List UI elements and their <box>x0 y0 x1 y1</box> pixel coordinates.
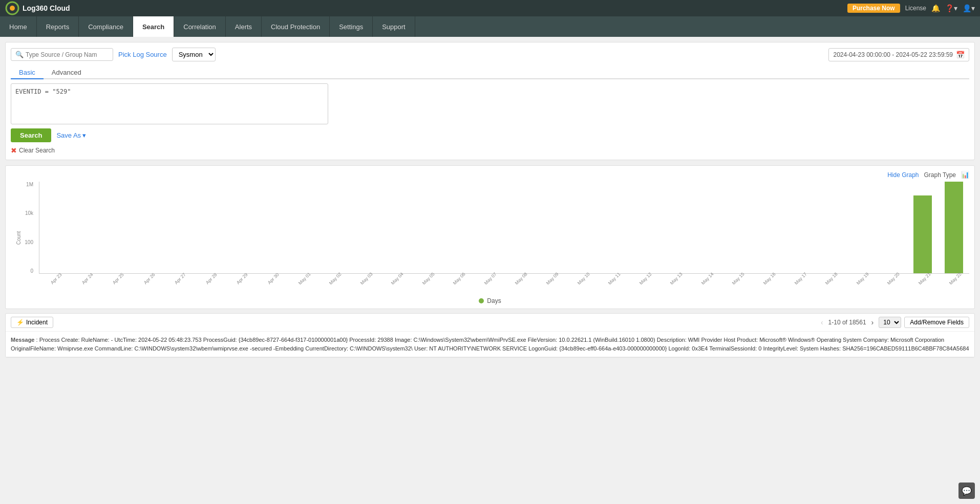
bar-col <box>349 182 380 273</box>
tab-basic[interactable]: Basic <box>11 67 44 79</box>
calendar-icon[interactable]: 📅 <box>956 51 965 59</box>
pick-log-source-link[interactable]: Pick Log Source <box>118 51 167 58</box>
bar-col <box>411 182 442 273</box>
search-button[interactable]: Search <box>11 128 51 142</box>
nav-item-cloud-protection[interactable]: Cloud Protection <box>262 16 330 37</box>
bar-col <box>783 182 815 273</box>
nav-item-home[interactable]: Home <box>0 16 37 37</box>
nav-item-support[interactable]: Support <box>373 16 415 37</box>
bar <box>945 182 963 273</box>
message-row: Message : Process Create: RuleName: - Ut… <box>6 332 974 357</box>
pagination: ‹ 1-10 of 18561 › 10 25 50 Add/Remove Fi… <box>819 317 969 328</box>
top-bar: Log360 Cloud Purchase Now License 🔔 ❓▾ 👤… <box>0 0 980 16</box>
main-content: 🔍 Pick Log Source Sysmon 2024-04-23 00:0… <box>0 37 980 363</box>
tab-advanced[interactable]: Advanced <box>44 67 90 79</box>
incident-button[interactable]: ⚡ Incident <box>11 317 53 328</box>
date-range-text: 2024-04-23 00:00:00 - 2024-05-22 23:59:5… <box>833 51 953 58</box>
bar-col <box>752 182 783 273</box>
per-page-select[interactable]: 10 25 50 <box>879 317 901 328</box>
y-label-1m: 1M <box>26 182 33 187</box>
results-bar: ⚡ Incident ‹ 1-10 of 18561 › 10 25 50 Ad… <box>5 313 975 358</box>
add-remove-fields-button[interactable]: Add/Remove Fields <box>904 317 969 328</box>
bar-col <box>566 182 598 273</box>
nav-item-compliance[interactable]: Compliance <box>79 16 133 37</box>
license-link[interactable]: License <box>905 5 926 12</box>
source-search-input[interactable] <box>26 51 97 58</box>
message-label: Message <box>11 337 34 343</box>
search-top-row: 🔍 Pick Log Source Sysmon 2024-04-23 00:0… <box>11 48 969 61</box>
bar-col <box>71 182 102 273</box>
bar-col <box>536 182 567 273</box>
svg-point-1 <box>10 6 15 11</box>
purchase-now-button[interactable]: Purchase Now <box>847 4 900 13</box>
chevron-down-icon: ▾ <box>82 132 86 139</box>
incident-icon: ⚡ <box>16 319 24 326</box>
nav-item-search[interactable]: Search <box>133 16 174 37</box>
bar-col <box>504 182 536 273</box>
clear-search-row[interactable]: ✖ Clear Search <box>11 146 969 155</box>
bar-col <box>628 182 659 273</box>
next-page-button[interactable]: › <box>869 317 876 327</box>
bar-col <box>195 182 226 273</box>
nav-bar: Home Reports Compliance Search Correlati… <box>0 16 980 37</box>
source-dropdown[interactable]: Sysmon <box>172 48 216 61</box>
bar-col <box>876 182 907 273</box>
bar-col <box>442 182 474 273</box>
nav-item-alerts[interactable]: Alerts <box>226 16 262 37</box>
legend-dot <box>479 298 484 303</box>
action-row: Search Save As ▾ <box>11 128 969 142</box>
x-labels: Apr 23Apr 24Apr 25Apr 26Apr 27Apr 28Apr … <box>39 275 969 294</box>
hide-graph-link[interactable]: Hide Graph <box>887 171 919 179</box>
bar-col <box>721 182 753 273</box>
bar-col <box>39 182 71 273</box>
pagination-text: 1-10 of 18561 <box>828 319 866 326</box>
y-label-100: 100 <box>25 239 33 245</box>
save-as-button[interactable]: Save As ▾ <box>56 132 86 139</box>
y-label-0: 0 <box>30 268 33 274</box>
bar-col <box>938 182 969 273</box>
search-tabs: Basic Advanced <box>11 67 969 79</box>
bar-col <box>659 182 691 273</box>
bar <box>913 195 932 273</box>
legend-label: Days <box>487 297 501 304</box>
bar-col <box>473 182 504 273</box>
query-textarea[interactable]: EVENTID = "529" <box>11 83 328 124</box>
bar-col <box>380 182 412 273</box>
nav-item-reports[interactable]: Reports <box>37 16 79 37</box>
bar-col <box>257 182 288 273</box>
help-icon[interactable]: ❓▾ <box>945 4 957 12</box>
results-toolbar: ⚡ Incident ‹ 1-10 of 18561 › 10 25 50 Ad… <box>6 314 974 332</box>
graph-type-label: Graph Type <box>924 171 956 179</box>
search-panel: 🔍 Pick Log Source Sysmon 2024-04-23 00:0… <box>5 42 975 160</box>
chart-area <box>39 182 969 274</box>
nav-item-settings[interactable]: Settings <box>330 16 373 37</box>
bar-col <box>690 182 721 273</box>
bar-col <box>287 182 318 273</box>
y-axis: 1M 10k 100 0 <box>11 182 36 274</box>
user-icon[interactable]: 👤▾ <box>963 4 975 12</box>
bar-col <box>133 182 164 273</box>
chart-container: Count 1M 10k 100 0 Apr 23Apr 24Apr 25Apr… <box>11 182 969 294</box>
logo: Log360 Cloud <box>5 1 70 15</box>
prev-page-button[interactable]: ‹ <box>819 317 825 327</box>
logo-icon <box>5 1 19 15</box>
bar-col <box>318 182 350 273</box>
graph-header: Hide Graph Graph Type 📊 <box>11 171 969 179</box>
graph-type-icon[interactable]: 📊 <box>961 171 969 179</box>
bell-icon[interactable]: 🔔 <box>931 4 940 12</box>
message-text: : Process Create: RuleName: - UtcTime: 2… <box>11 337 969 352</box>
logo-text: Log360 Cloud <box>23 4 70 12</box>
bar-col <box>814 182 845 273</box>
bar-col <box>907 182 939 273</box>
source-search-wrap[interactable]: 🔍 <box>11 48 113 61</box>
bar-col <box>163 182 195 273</box>
search-icon: 🔍 <box>15 51 24 58</box>
clear-icon: ✖ <box>11 146 17 155</box>
date-range-wrap: 2024-04-23 00:00:00 - 2024-05-22 23:59:5… <box>828 48 969 61</box>
nav-item-correlation[interactable]: Correlation <box>174 16 226 37</box>
chart-legend: Days <box>11 294 969 309</box>
bar-col <box>845 182 877 273</box>
top-bar-right: Purchase Now License 🔔 ❓▾ 👤▾ <box>847 4 975 13</box>
y-label-10k: 10k <box>25 210 33 216</box>
clear-search-label: Clear Search <box>19 147 55 154</box>
